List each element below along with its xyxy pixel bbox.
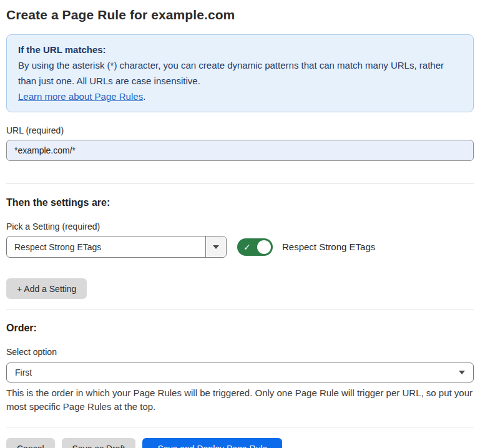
- order-section-heading: Order:: [6, 323, 474, 334]
- order-select-label: Select option: [6, 347, 474, 357]
- add-setting-button[interactable]: + Add a Setting: [6, 278, 87, 299]
- info-box-link-line: Learn more about Page Rules.: [18, 89, 462, 104]
- page-title: Create a Page Rule for example.com: [6, 7, 474, 22]
- section-divider: [6, 309, 474, 309]
- learn-more-link[interactable]: Learn more about Page Rules: [18, 91, 143, 102]
- footer-actions: Cancel Save as Draft Save and Deploy Pag…: [6, 438, 474, 448]
- setting-select-value: Respect Strong ETags: [7, 236, 205, 257]
- setting-select-arrow-button[interactable]: [205, 236, 226, 257]
- settings-section-heading: Then the settings are:: [6, 197, 474, 208]
- section-divider: [6, 183, 474, 184]
- cancel-button[interactable]: Cancel: [6, 438, 55, 448]
- setting-row: Respect Strong ETags ✓ Respect Strong ET…: [6, 236, 474, 258]
- url-field-label: URL (required): [6, 125, 474, 135]
- chevron-down-icon: [459, 371, 465, 374]
- chevron-down-icon: [213, 245, 219, 249]
- setting-toggle-wrap: ✓ Respect Strong ETags: [237, 238, 375, 256]
- check-icon: ✓: [243, 242, 251, 251]
- page-rule-form: Create a Page Rule for example.com If th…: [0, 7, 480, 448]
- save-as-draft-button[interactable]: Save as Draft: [62, 438, 136, 448]
- setting-select[interactable]: Respect Strong ETags: [6, 236, 227, 258]
- save-and-deploy-button[interactable]: Save and Deploy Page Rule: [142, 438, 282, 448]
- info-box-body: By using the asterisk (*) character, you…: [18, 57, 462, 89]
- pick-setting-label: Pick a Setting (required): [6, 222, 474, 231]
- url-matches-info-box: If the URL matches: By using the asteris…: [6, 34, 474, 112]
- toggle-knob: [257, 240, 271, 254]
- toggle-label: Respect Strong ETags: [282, 241, 375, 252]
- order-select-value: First: [15, 368, 32, 377]
- setting-toggle[interactable]: ✓: [237, 238, 273, 256]
- order-select[interactable]: First: [6, 363, 474, 382]
- link-period: .: [143, 91, 145, 102]
- order-help-text: This is the order in which your Page Rul…: [6, 386, 474, 414]
- info-box-heading: If the URL matches:: [18, 42, 462, 57]
- footer-divider: [6, 427, 474, 427]
- url-input[interactable]: [6, 140, 474, 161]
